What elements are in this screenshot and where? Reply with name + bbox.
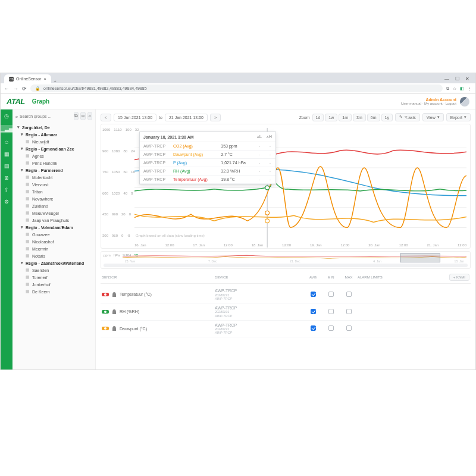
col-alarm: ALARM LIMITS <box>358 275 449 279</box>
min-checkbox[interactable] <box>328 325 334 331</box>
zoom-1d[interactable]: 1d <box>312 114 324 121</box>
extension-icon[interactable]: ⧉ <box>446 86 449 91</box>
avg-checkbox[interactable] <box>311 309 316 314</box>
tree-leaf[interactable]: ▦Meermin <box>12 245 95 252</box>
zoom-1m[interactable]: 1m <box>339 114 352 121</box>
tree-leaf[interactable]: ▦Agnes <box>12 152 95 159</box>
next-range-button[interactable]: > <box>210 114 221 121</box>
zoom-label: Zoom <box>299 115 310 120</box>
tree-leaf[interactable]: ▦Nicolaashof <box>12 238 95 245</box>
max-checkbox[interactable] <box>346 325 352 331</box>
unit-hPa[interactable]: hPa <box>114 253 120 257</box>
search-input[interactable] <box>20 114 72 118</box>
layers-icon[interactable]: ▦ <box>4 151 10 157</box>
zoom-1y[interactable]: 1y <box>381 114 393 121</box>
close-tab-icon[interactable]: × <box>43 77 46 81</box>
upload-icon[interactable]: ⇪ <box>4 187 9 193</box>
tooltip-row: AWP-TRCPTemperatuur (Avg)19.8 °C-- <box>140 176 275 184</box>
tree-leaf[interactable]: ▦Viervorst <box>12 181 95 188</box>
forward-icon[interactable]: → <box>13 86 18 92</box>
zoom-1w[interactable]: 1w <box>325 114 337 121</box>
calendar-icon[interactable]: ▤ <box>4 163 10 169</box>
sensor-name: RH (%RH) <box>120 309 139 314</box>
min-checkbox[interactable] <box>328 309 334 314</box>
tree-leaf[interactable]: ▦Triton <box>12 188 95 195</box>
menu-icon[interactable]: ⋮ <box>468 86 472 91</box>
browser-window: OS OnlineSensor × + — ☐ ✕ ← → ⟳ 🔒 online… <box>0 73 476 370</box>
chart[interactable]: 1050111010032900108080247501050601660010… <box>101 124 471 249</box>
max-checkbox[interactable] <box>346 309 352 314</box>
zoom-3m[interactable]: 3m <box>353 114 366 121</box>
export-button[interactable]: Export ▾ <box>446 113 471 121</box>
tree-leaf[interactable]: ▦Meeuwvleugel <box>12 209 95 217</box>
min-checkbox[interactable] <box>328 292 334 297</box>
overview-chart[interactable]: ppmhPa%RH°C 23. Nov7. Dec21. Dec4. Jan18… <box>101 251 471 269</box>
url-text: onlinesensor.eu/chart/49881,49882,49883,… <box>43 86 147 90</box>
group-tree[interactable]: ▾Zorgcirkel, De▾Regio - Alkmaar▦Nieuwijd… <box>12 123 95 299</box>
tree-leaf[interactable]: ▦Novawhere <box>12 195 95 202</box>
tree-leaf[interactable]: ▦Molentocht <box>12 174 95 181</box>
add-knmi-button[interactable]: + KNMI <box>449 274 469 281</box>
yaxis-button[interactable]: ✎ Y-axis <box>395 113 420 121</box>
view-button[interactable]: View ▾ <box>422 113 444 121</box>
app-header: ATAL Graph Admin Account User manual · M… <box>1 94 475 109</box>
zoom-6m[interactable]: 6m <box>367 114 380 121</box>
prev-range-button[interactable]: < <box>101 114 111 121</box>
star-icon[interactable]: ☆ <box>453 86 456 91</box>
overview-scrollbar[interactable] <box>104 264 468 267</box>
tree-region[interactable]: ▾Regio - Alkmaar <box>12 131 95 138</box>
overview-range-handle[interactable] <box>400 253 440 262</box>
from-date[interactable]: 15 Jan 2021 13:00 <box>114 114 156 121</box>
tree-leaf[interactable]: ▦Prins Hendrik <box>12 159 95 167</box>
minimize-icon[interactable]: — <box>444 76 449 82</box>
copy-icon[interactable]: ⧉ <box>74 112 79 120</box>
report-icon[interactable]: 🗎 <box>4 175 10 181</box>
drop-icon <box>112 309 116 314</box>
search-row: ⌕ ⧉ ⧈ « <box>12 109 95 123</box>
reload-icon[interactable]: ⟳ <box>22 86 27 92</box>
maximize-icon[interactable]: ☐ <box>455 76 459 82</box>
tree-leaf[interactable]: ▦Saenden <box>12 267 95 274</box>
avatar[interactable] <box>460 97 469 107</box>
tree-leaf[interactable]: ▦De Keern <box>12 288 95 295</box>
svg-point-9 <box>265 211 270 215</box>
browser-tab[interactable]: OS OnlineSensor × <box>4 74 51 83</box>
tree-region[interactable]: ▾Regio - Purmerend <box>12 167 95 174</box>
avg-checkbox[interactable] <box>311 325 316 331</box>
sensor-name: Dauwpunt (°C) <box>120 327 147 331</box>
sensor-table-header: SENSOR DEVICE AVG MIN MAX ALARM LIMITS +… <box>101 271 471 284</box>
user-icon[interactable]: ☺ <box>4 139 9 145</box>
back-icon[interactable]: ← <box>4 86 10 92</box>
drop-icon <box>112 326 116 331</box>
nav-rail: ◷ ▁▃▅ ☺ ▦ ▤ 🗎 ⇪ ⚙ <box>1 109 12 369</box>
tree-leaf[interactable]: ▦Jonkerhof <box>12 281 95 288</box>
tree-leaf[interactable]: ▦Gouwzee <box>12 231 95 238</box>
tree-leaf[interactable]: ▦Nieuwijdt <box>12 138 95 145</box>
close-window-icon[interactable]: ✕ <box>465 76 469 82</box>
tree-leaf[interactable]: ▦Zuidland <box>12 202 95 209</box>
tree-leaf[interactable]: ▦Notaris <box>12 252 95 259</box>
tree-region[interactable]: ▾Regio - Volendam/Edam <box>12 224 95 231</box>
expand-all-icon[interactable]: ⧈ <box>80 112 85 120</box>
url-field[interactable]: 🔒 onlinesensor.eu/chart/49881,49882,4988… <box>30 84 443 92</box>
settings-icon[interactable]: ⚙ <box>4 199 9 205</box>
unit-ppm[interactable]: ppm <box>104 253 111 257</box>
max-checkbox[interactable] <box>346 292 352 297</box>
series-swatch <box>102 310 109 314</box>
collapse-icon[interactable]: « <box>87 112 92 120</box>
sensor-row: Temperatuur (°C) AWP-TRCP20280191AWP-TRC… <box>101 286 471 303</box>
tree-region[interactable]: ▾Regio - Zaanstreek/Waterland <box>12 259 95 267</box>
dashboard-icon[interactable]: ◷ <box>4 113 9 119</box>
search-icon: ⌕ <box>15 114 18 118</box>
puzzle-icon[interactable]: ◧ <box>460 86 464 91</box>
tree-root[interactable]: ▾Zorgcirkel, De <box>12 124 95 131</box>
tree-leaf[interactable]: ▦Torenerf <box>12 274 95 281</box>
tree-leaf[interactable]: ▦Jaap van Praaghuis <box>12 217 95 224</box>
delta-low-icon: ▵L <box>257 134 262 139</box>
graph-icon[interactable]: ▁▃▅ <box>1 125 12 133</box>
new-tab-button[interactable]: + <box>51 79 60 83</box>
account-links[interactable]: User manual · My account · Logout <box>401 102 456 105</box>
tree-region[interactable]: ▾Regio - Egmond aan Zee <box>12 145 95 152</box>
avg-checkbox[interactable] <box>311 292 316 297</box>
to-date[interactable]: 21 Jan 2021 13:00 <box>165 114 208 121</box>
